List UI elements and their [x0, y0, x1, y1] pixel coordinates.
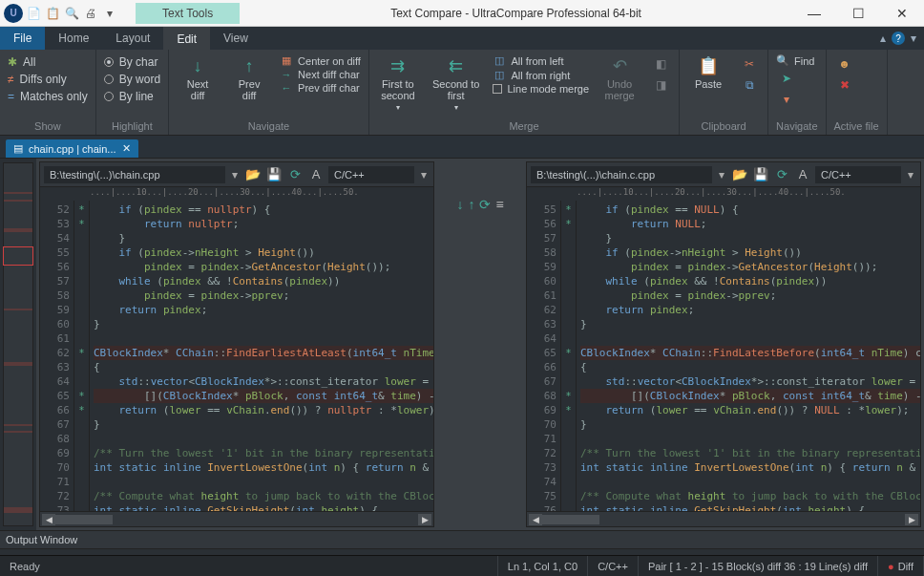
right-path-dropdown-icon[interactable]: ▾	[716, 168, 727, 181]
tab-file[interactable]: File	[0, 27, 45, 50]
ribbon-group-show: ✱All ≠Diffs only =Matches only Show	[0, 50, 96, 135]
copy-icon[interactable]: 📋	[44, 5, 61, 22]
open-folder-icon[interactable]: 📂	[244, 166, 262, 183]
prev-diff-char[interactable]: ←Prev diff char	[280, 81, 361, 95]
right-language-select[interactable]: C/C++	[815, 166, 901, 183]
ribbon-group-label: Merge	[377, 118, 671, 135]
ribbon-group-label: Navigate	[177, 118, 361, 135]
right-lang-dropdown-icon[interactable]: ▾	[905, 168, 916, 181]
first-to-second-button[interactable]: ⇉First to second▾	[377, 53, 419, 114]
scroll-thumb[interactable]	[55, 515, 113, 524]
ribbon-group-merge: ⇉First to second▾ ⇇Second to first▾ ◫All…	[369, 50, 680, 135]
close-button[interactable]: ✕	[880, 0, 924, 27]
print-icon[interactable]: 🖨	[82, 5, 99, 22]
second-to-first-button[interactable]: ⇇Second to first▾	[429, 53, 484, 114]
diff-overview-strip[interactable]	[0, 159, 36, 530]
undo-merge-button[interactable]: ↶Undo merge	[598, 53, 640, 103]
cut-icon[interactable]: ✂	[739, 53, 760, 75]
center-on-diff[interactable]: ▦Center on diff	[280, 53, 361, 68]
left-path-dropdown-icon[interactable]: ▾	[229, 168, 241, 181]
tab-edit[interactable]: Edit	[163, 27, 210, 50]
new-icon[interactable]: 📄	[25, 5, 42, 22]
goto-icon[interactable]: ➤	[776, 68, 797, 89]
collapse-ribbon-icon[interactable]: ▴	[880, 32, 886, 45]
header-dropdown-icon[interactable]: ▾	[911, 32, 916, 45]
font-icon[interactable]: A	[307, 166, 325, 183]
scroll-left-icon[interactable]: ◀	[529, 514, 542, 525]
highlight-by-char[interactable]: By char	[104, 53, 160, 71]
status-position: Ln 1, Col 1, C0	[498, 556, 588, 576]
merge-extra-2-icon[interactable]: ◨	[650, 75, 671, 96]
right-code-area[interactable]: 5556575859606162636465666768697071727374…	[527, 201, 920, 511]
show-all[interactable]: ✱All	[8, 53, 88, 71]
help-icon[interactable]: ?	[892, 32, 905, 45]
ribbon-group-label: Active file	[834, 118, 879, 135]
goto-dropdown-icon[interactable]: ▾	[776, 89, 797, 110]
highlight-by-line[interactable]: By line	[104, 88, 160, 105]
all-from-right[interactable]: ◫All from right	[493, 68, 589, 82]
qat-dropdown-icon[interactable]: ▾	[101, 5, 118, 22]
app-icon[interactable]: U	[4, 4, 23, 23]
active-file-icon[interactable]: ☻	[834, 53, 855, 75]
context-tab-text-tools[interactable]: Text Tools	[136, 3, 240, 24]
show-diffs-only[interactable]: ≠Diffs only	[8, 71, 88, 88]
ribbon-group-label: Clipboard	[687, 118, 760, 135]
status-ready: Ready	[0, 556, 498, 576]
right-hscrollbar[interactable]: ◀ ▶	[527, 511, 920, 526]
line-mode-merge[interactable]: Line mode merge	[493, 82, 589, 96]
sync-down-icon[interactable]: ↓	[456, 197, 463, 212]
sync-menu-icon[interactable]: ≡	[495, 197, 503, 212]
right-path-field[interactable]: B:\testing\(...)\chain.c.cpp	[531, 166, 712, 183]
ribbon-group-highlight: By char By word By line Highlight	[96, 50, 169, 135]
preview-icon[interactable]: 🔍	[63, 5, 80, 22]
window-title: Text Compare - UltraCompare Professional…	[240, 7, 792, 20]
save-icon[interactable]: 💾	[752, 166, 769, 183]
tab-layout[interactable]: Layout	[102, 27, 163, 50]
delete-icon[interactable]: ✖	[834, 75, 855, 96]
scroll-right-icon[interactable]: ▶	[905, 514, 918, 525]
left-lang-dropdown-icon[interactable]: ▾	[418, 168, 430, 181]
merge-extra-1-icon[interactable]: ◧	[650, 53, 671, 75]
output-window-header[interactable]: Output Window	[0, 530, 924, 549]
ribbon-group-navigate2: 🔍Find ➤ ▾ Navigate	[768, 50, 826, 135]
scroll-left-icon[interactable]: ◀	[42, 514, 55, 525]
font-icon[interactable]: A	[794, 166, 811, 183]
refresh-icon[interactable]: ⟳	[773, 166, 790, 183]
next-diff-char[interactable]: →Next diff char	[280, 68, 361, 81]
left-ruler: ....|....10...|....20...|....30...|....4…	[40, 187, 433, 201]
title-bar: U 📄 📋 🔍 🖨 ▾ Text Tools Text Compare - Ul…	[0, 0, 924, 27]
tab-home[interactable]: Home	[45, 27, 102, 50]
highlight-by-word[interactable]: By word	[104, 71, 160, 88]
left-hscrollbar[interactable]: ◀ ▶	[40, 511, 433, 526]
sync-up-icon[interactable]: ↑	[468, 197, 474, 212]
document-tab-bar: ▤ chain.cpp | chain... ✕	[0, 136, 924, 159]
ribbon-group-active-file: ☻ ✖ Active file	[827, 50, 888, 135]
scroll-right-icon[interactable]: ▶	[418, 514, 431, 525]
ribbon-group-label: Navigate	[776, 118, 817, 135]
tab-view[interactable]: View	[210, 27, 262, 50]
close-tab-icon[interactable]: ✕	[122, 142, 131, 155]
show-matches-only[interactable]: =Matches only	[8, 88, 88, 105]
left-pane-toolbar: B:\testing\(...)\chain.cpp ▾ 📂 💾 ⟳ A C/C…	[40, 162, 433, 187]
minimize-button[interactable]: —	[792, 0, 836, 27]
left-language-select[interactable]: C/C++	[328, 166, 414, 183]
document-tab-title: chain.cpp | chain...	[29, 143, 116, 155]
document-tab[interactable]: ▤ chain.cpp | chain... ✕	[6, 139, 138, 158]
left-code-area[interactable]: 5253545556575859606162636465666768697071…	[40, 201, 433, 511]
paste-button[interactable]: 📋Paste	[687, 53, 729, 92]
prev-diff-button[interactable]: ↑Prev diff	[228, 53, 270, 103]
left-path-field[interactable]: B:\testing\(...)\chain.cpp	[44, 166, 225, 183]
status-diff-summary: Pair [ 1 - 2 ] - 15 Block(s) diff 36 : 1…	[639, 556, 878, 576]
save-icon[interactable]: 💾	[265, 166, 283, 183]
copy-icon[interactable]: ⧉	[739, 75, 760, 96]
find-button[interactable]: 🔍Find	[776, 53, 814, 68]
all-from-left[interactable]: ◫All from left	[493, 53, 589, 68]
sync-refresh-icon[interactable]: ⟳	[479, 197, 491, 212]
ribbon-group-label: Highlight	[104, 118, 160, 135]
next-diff-button[interactable]: ↓Next diff	[177, 53, 219, 103]
document-icon: ▤	[13, 142, 23, 155]
open-folder-icon[interactable]: 📂	[731, 166, 748, 183]
maximize-button[interactable]: ☐	[836, 0, 880, 27]
scroll-thumb[interactable]	[542, 515, 599, 524]
refresh-icon[interactable]: ⟳	[286, 166, 304, 183]
